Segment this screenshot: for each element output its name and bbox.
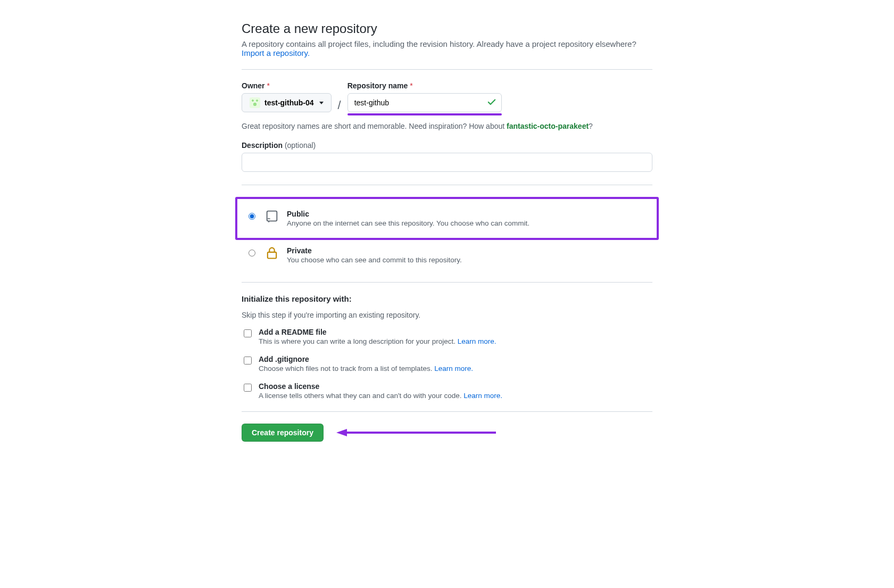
repo-name-field: Repository name* [347,81,502,115]
visibility-public-title: Public [287,210,529,218]
divider [242,282,652,283]
name-help-text: Great repository names are short and mem… [242,122,652,130]
init-license-desc-prefix: A license tells others what they can and… [259,392,463,400]
repo-name-input-wrap [347,93,502,112]
init-gitignore-checkbox[interactable] [244,357,252,365]
required-star: * [410,81,412,90]
required-star: * [267,81,270,90]
init-gitignore-desc-prefix: Choose which files not to track from a l… [259,365,434,372]
init-license-title: Choose a license [259,382,502,391]
visibility-private-title: Private [287,246,462,255]
create-repository-button[interactable]: Create repository [242,424,324,442]
import-repo-link[interactable]: Import a repository. [242,48,310,57]
slash-separator: / [338,98,341,115]
init-readme-desc: This is where you can write a long descr… [259,337,496,345]
annotation-public-box: Public Anyone on the internet can see th… [235,197,659,240]
owner-name-row: Owner* test-github-04 / Repository name* [242,81,652,115]
init-license-option[interactable]: Choose a license A license tells others … [242,382,652,400]
lock-icon [264,245,279,262]
init-readme-checkbox[interactable] [244,329,252,337]
annotation-underline [347,113,502,115]
visibility-private-radio[interactable] [249,250,255,256]
avatar-icon [250,97,260,108]
page-lead: A repository contains all project files,… [242,39,652,57]
owner-field: Owner* test-github-04 [242,81,332,112]
init-gitignore-option[interactable]: Add .gitignore Choose which files not to… [242,355,652,372]
init-readme-text: Add a README file This is where you can … [259,328,496,345]
init-license-desc: A license tells others what they can and… [259,392,502,400]
owner-value: test-github-04 [264,98,314,107]
init-license-learn-more-link[interactable]: Learn more. [463,392,502,400]
description-input[interactable] [242,153,652,172]
divider [242,185,652,185]
visibility-private-option[interactable]: Private You choose who can see and commi… [242,240,652,270]
lead-text: A repository contains all project files,… [242,39,636,48]
chevron-down-icon [319,102,324,104]
divider [242,411,652,412]
owner-select[interactable]: test-github-04 [242,93,332,112]
description-label-text: Description [242,141,283,150]
check-icon [487,97,496,109]
owner-label-text: Owner [242,81,265,90]
initialize-sub: Skip this step if you're importing an ex… [242,311,652,319]
owner-label: Owner* [242,81,332,90]
divider [242,69,652,70]
description-field: Description (optional) [242,141,652,172]
svg-rect-0 [267,211,277,221]
initialize-heading: Initialize this repository with: [242,294,652,303]
annotation-arrow [336,427,496,440]
new-repo-form: Create a new repository A repository con… [229,0,665,474]
visibility-private-text: Private You choose who can see and commi… [287,246,462,264]
page-title: Create a new repository [242,21,652,36]
svg-marker-3 [336,429,347,436]
repo-name-label-text: Repository name [347,81,408,90]
init-gitignore-desc: Choose which files not to track from a l… [259,365,473,372]
visibility-public-text: Public Anyone on the internet can see th… [287,210,529,227]
repo-name-input[interactable] [347,93,502,112]
name-suggestion-link[interactable]: fantastic-octo-parakeet [507,122,589,130]
name-help-suffix: ? [589,122,593,130]
init-license-text: Choose a license A license tells others … [259,382,502,400]
optional-hint: (optional) [285,141,316,150]
repo-public-icon [264,209,279,225]
init-gitignore-learn-more-link[interactable]: Learn more. [434,365,473,372]
svg-rect-1 [268,252,276,259]
init-readme-desc-prefix: This is where you can write a long descr… [259,337,458,345]
init-gitignore-text: Add .gitignore Choose which files not to… [259,355,473,372]
init-readme-learn-more-link[interactable]: Learn more. [458,337,496,345]
init-gitignore-title: Add .gitignore [259,355,473,363]
visibility-private-desc: You choose who can see and commit to thi… [287,256,462,264]
description-label: Description (optional) [242,141,652,150]
visibility-public-radio[interactable] [249,213,255,220]
visibility-public-option[interactable]: Public Anyone on the internet can see th… [242,203,652,234]
submit-row: Create repository [242,424,652,442]
name-help-prefix: Great repository names are short and mem… [242,122,507,130]
visibility-public-desc: Anyone on the internet can see this repo… [287,219,529,227]
repo-name-label: Repository name* [347,81,502,90]
init-license-checkbox[interactable] [244,384,252,392]
init-readme-option[interactable]: Add a README file This is where you can … [242,328,652,345]
init-readme-title: Add a README file [259,328,496,336]
